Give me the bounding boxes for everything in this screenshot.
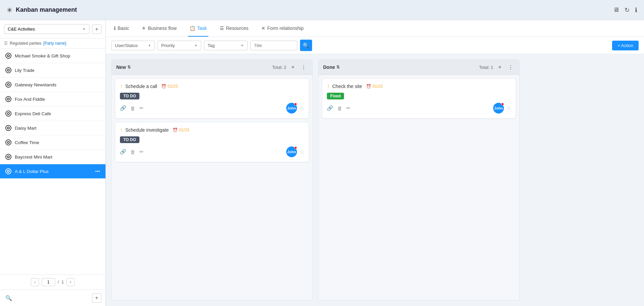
sidebar-item-gateway[interactable]: Gateway Newstands xyxy=(0,78,105,92)
user-status-label: User/Status xyxy=(115,43,138,48)
page-total: 1 xyxy=(61,280,64,285)
circle-icon xyxy=(5,96,11,102)
action-button[interactable]: + Action xyxy=(612,41,639,50)
prev-page-button[interactable]: ‹ xyxy=(31,278,39,286)
sidebar-item-daisy[interactable]: Daisy Mart xyxy=(0,121,105,135)
title-input[interactable] xyxy=(250,41,297,50)
sidebar-item-baycrest[interactable]: Baycrest Mini Mart xyxy=(0,150,105,164)
sidebar-item-al[interactable]: A & L Dollar Plus ••• xyxy=(0,164,105,179)
card-right: John ✩ xyxy=(286,103,304,114)
page-input[interactable] xyxy=(42,278,55,286)
column-total: Total: 1 xyxy=(479,65,493,70)
resources-tab-icon: ☰ xyxy=(220,26,224,31)
priority-chevron-icon: ▼ xyxy=(194,44,198,47)
tab-resources[interactable]: ☰ Resources xyxy=(218,20,250,37)
sidebar-dropdown[interactable]: C&E Activities ▼ xyxy=(4,24,89,34)
sidebar-item-name: Lily Trade xyxy=(15,68,100,73)
avatar: John xyxy=(286,146,297,157)
link-icon[interactable]: 🔗 xyxy=(120,105,126,111)
circle-icon xyxy=(5,168,11,174)
search-button[interactable]: 🔍 xyxy=(300,40,312,51)
sidebar-item-name: Express Deli Cafe xyxy=(15,111,100,116)
kanban-board: New ⇅ Total: 2 + ⋮ ↑ Schedule a call ⏰ 0… xyxy=(106,54,644,306)
date-value: 01/23 xyxy=(179,128,189,132)
chevron-down-icon: ▼ xyxy=(82,27,86,31)
tab-basic[interactable]: ℹ Basic xyxy=(113,20,130,37)
tab-task[interactable]: 📋 Task xyxy=(188,20,208,37)
sidebar-pagination: ‹ / 1 › xyxy=(0,274,105,290)
link-icon[interactable]: 🔗 xyxy=(120,149,126,155)
edit-icon[interactable]: ✏ xyxy=(139,149,144,155)
delete-icon[interactable]: 🗑 xyxy=(130,149,135,155)
sidebar-item-name: Fox And Fiddle xyxy=(15,97,100,102)
tab-form-relationship[interactable]: ✕ Form relationship xyxy=(260,20,305,37)
column-total: Total: 2 xyxy=(272,65,286,70)
column-add-button[interactable]: + xyxy=(289,63,297,71)
priority-up-icon: ↑ xyxy=(327,83,330,89)
sidebar-item-michael[interactable]: Michael Smoke & Gift Shop xyxy=(0,49,105,63)
tab-task-label: Task xyxy=(197,26,207,31)
sidebar-search-bar: 🔍 + xyxy=(0,290,105,306)
sidebar-item-lily[interactable]: Lily Trade xyxy=(0,63,105,78)
sidebar-item-express[interactable]: Express Deli Cafe xyxy=(0,106,105,121)
avatar-notification-dot xyxy=(294,103,297,105)
column-more-button[interactable]: ⋮ xyxy=(507,63,515,71)
card-title: Schedule a call xyxy=(125,84,157,89)
column-more-button[interactable]: ⋮ xyxy=(300,63,308,71)
star-icon[interactable]: ✩ xyxy=(300,105,304,112)
kanban-column-new: New ⇅ Total: 2 + ⋮ ↑ Schedule a call ⏰ 0… xyxy=(111,59,313,301)
monitor-icon[interactable]: 🖥 xyxy=(613,6,619,13)
card-badge: TO DO xyxy=(120,136,139,143)
column-title-button-new[interactable]: New ⇅ xyxy=(116,64,131,70)
sort-arrows-icon: ⇅ xyxy=(336,65,340,70)
info-icon[interactable]: ℹ xyxy=(635,6,637,14)
card-footer: 🔗 🗑 ✏ John ✩ xyxy=(327,103,511,114)
card-date: ⏰ 01/23 xyxy=(161,84,178,89)
refresh-icon[interactable]: ↻ xyxy=(625,6,630,14)
column-header-done: Done ⇅ Total: 1 + ⋮ xyxy=(318,60,519,75)
tab-resources-label: Resources xyxy=(226,26,249,31)
tag-filter[interactable]: Tag ▼ xyxy=(204,41,248,50)
card-date: ⏰ 01/23 xyxy=(173,128,189,132)
sidebar-item-coffee[interactable]: Coffee Time xyxy=(0,135,105,150)
circle-icon xyxy=(5,53,11,59)
next-page-button[interactable]: › xyxy=(67,278,75,286)
card-header: ↑ Schedule a call ⏰ 01/23 xyxy=(120,83,304,89)
star-icon[interactable]: ✩ xyxy=(507,105,511,112)
card-date: ⏰ 01/23 xyxy=(366,84,383,89)
priority-filter[interactable]: Priority ▼ xyxy=(158,41,201,50)
main-layout: C&E Activities ▼ + ☰ Regulated parties [… xyxy=(0,20,644,306)
link-icon[interactable]: 🔗 xyxy=(327,105,333,111)
clock-icon: ⏰ xyxy=(173,128,178,132)
filter-icon: ☰ xyxy=(4,41,8,46)
clock-icon: ⏰ xyxy=(161,84,166,89)
card-actions: 🔗 🗑 ✏ xyxy=(120,105,144,111)
delete-icon[interactable]: 🗑 xyxy=(337,105,342,111)
card-footer: 🔗 🗑 ✏ John ✩ xyxy=(120,146,304,157)
priority-label: Priority xyxy=(161,43,175,48)
kanban-card-card3: ↑ Check the site ⏰ 01/23 Fixed 🔗 🗑 ✏ xyxy=(322,78,516,119)
sidebar-bottom-add-button[interactable]: + xyxy=(92,293,101,303)
priority-up-icon: ↑ xyxy=(120,83,123,89)
edit-icon[interactable]: ✏ xyxy=(346,105,351,111)
form-tab-icon: ✕ xyxy=(261,26,265,31)
sidebar-item-fox[interactable]: Fox And Fiddle xyxy=(0,92,105,106)
avatar: John xyxy=(493,103,504,114)
card-footer: 🔗 🗑 ✏ John ✩ xyxy=(120,103,304,114)
tab-business-flow[interactable]: ✳ Business flow xyxy=(140,20,178,37)
more-icon[interactable]: ••• xyxy=(95,169,100,174)
star-icon[interactable]: ✩ xyxy=(300,149,304,155)
sidebar-item-name: Gateway Newstands xyxy=(15,82,100,87)
column-add-button[interactable]: + xyxy=(496,63,504,71)
column-title-button-done[interactable]: Done ⇅ xyxy=(323,64,340,70)
card-title: Schedule investigate xyxy=(125,127,169,133)
edit-icon[interactable]: ✏ xyxy=(139,105,144,111)
avatar-notification-dot xyxy=(294,146,297,149)
kanban-card-card1: ↑ Schedule a call ⏰ 01/23 TO DO 🔗 🗑 ✏ xyxy=(115,78,309,119)
user-status-filter[interactable]: User/Status ▼ xyxy=(111,41,155,50)
sidebar-dropdown-label: C&E Activities xyxy=(8,27,35,32)
sidebar-add-button[interactable]: + xyxy=(92,25,101,34)
sidebar-search-button[interactable]: 🔍 xyxy=(4,293,13,303)
delete-icon[interactable]: 🗑 xyxy=(130,105,135,111)
column-title-text: New xyxy=(116,64,126,70)
